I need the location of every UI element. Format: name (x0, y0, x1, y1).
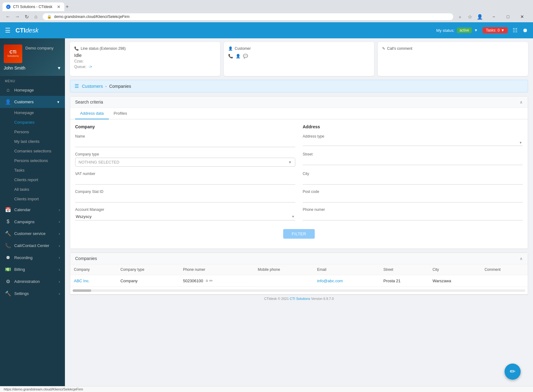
footer-link[interactable]: CTI Solutions (290, 297, 310, 300)
submenu-companies-label: Companies (14, 120, 35, 125)
col-company-type[interactable]: Company type (117, 264, 179, 275)
minimize-button[interactable]: − (487, 12, 501, 21)
main-content: 📞 Line status (Extension 298) Idle Czas:… (65, 38, 533, 386)
tab-address-data[interactable]: Address data (75, 108, 109, 119)
home-button[interactable]: ⌂ (32, 12, 40, 21)
stat-id-input[interactable] (75, 195, 295, 202)
browser-tab[interactable]: C CTI Solutions - CTIdesk ✕ (2, 2, 64, 11)
submenu-tasks[interactable]: Tasks (0, 165, 65, 175)
sidebar-item-billing[interactable]: 💵 Billing › (0, 263, 65, 275)
tasks-badge[interactable]: Tasks: 0 ▼ (483, 27, 508, 33)
phone-actions-icon[interactable]: ≡ ✏ (206, 278, 213, 283)
name-label: Name (75, 134, 295, 138)
address-bar[interactable]: 🔒 demo.grandstream.cloud/Klienci/Selekcj… (43, 13, 453, 20)
submenu-persons[interactable]: Persons (0, 127, 65, 137)
profile-button[interactable]: 👤 (475, 12, 484, 21)
tasks-count: 0 (497, 28, 500, 32)
bookmark-button[interactable]: ☆ (466, 12, 474, 21)
user-menu[interactable]: John Smith ▼ (4, 66, 61, 70)
filter-row: FILTER (75, 225, 523, 244)
sidebar-label-administration: Administration (14, 279, 40, 284)
submenu-homepage[interactable]: Homepage (0, 108, 65, 117)
companies-table-scroll[interactable]: Company Company type Phone numer Mobile … (70, 264, 528, 294)
url-text: demo.grandstream.cloud/Klienci/SelekcjeF… (54, 15, 130, 19)
address-type-chevron-icon[interactable]: ▼ (519, 141, 522, 144)
sidebar-label-calendar: Calendar (14, 207, 31, 212)
new-tab-button[interactable]: + (66, 4, 69, 10)
phone-input[interactable] (303, 213, 523, 220)
phone-col: Phone numer (303, 207, 523, 220)
company-link[interactable]: ABC Inc. (74, 279, 90, 283)
sidebar-item-call-contact[interactable]: 📞 Call/Contact Center › (0, 240, 65, 252)
col-city[interactable]: City (429, 264, 481, 275)
submenu-clients-import[interactable]: Clients import (0, 194, 65, 204)
status-dropdown-icon[interactable]: ▼ (474, 28, 478, 32)
recording-icon: ⏺ (5, 255, 11, 260)
col-email[interactable]: Email (313, 264, 380, 275)
filter-button[interactable]: FILTER (283, 229, 315, 239)
city-input[interactable] (303, 177, 523, 185)
col-phone[interactable]: Phone numer (179, 264, 254, 275)
fab-button[interactable]: ✏ (505, 364, 521, 380)
sidebar-item-recording[interactable]: ⏺ Recording › (0, 252, 65, 263)
submenu-persons-selections[interactable]: Persons selections (0, 156, 65, 165)
submenu-clients-report[interactable]: Clients report (0, 175, 65, 185)
tab-close-btn[interactable]: ✕ (57, 4, 61, 9)
breadcrumb-sep: - (105, 84, 108, 89)
refresh-button[interactable]: ↻ (22, 12, 31, 21)
address-type-label: Address type (303, 134, 523, 138)
col-company[interactable]: Company (70, 264, 117, 275)
call-action-icon[interactable]: 📞 (228, 54, 233, 58)
col-street[interactable]: Street (380, 264, 429, 275)
name-input[interactable] (75, 140, 295, 147)
person-action-icon[interactable]: 👤 (236, 54, 241, 58)
extensions-button[interactable]: ⬦ (456, 12, 464, 21)
topbar: ☰ CTIdesk My status: active ▼ Tasks: 0 ▼… (0, 22, 533, 38)
sidebar-item-customer-service[interactable]: 🔨 Customer service › (0, 228, 65, 240)
search-criteria-header: Search criteria ∧ (70, 96, 528, 108)
companies-table: Company Company type Phone numer Mobile … (70, 264, 528, 287)
sidebar-item-customers[interactable]: 👤 Customers ▼ (0, 96, 65, 108)
close-window-button[interactable]: ✕ (515, 12, 529, 21)
power-icon[interactable]: ⏺ (522, 27, 528, 34)
administration-icon: ⚙ (5, 279, 11, 284)
reports-icon[interactable]: ☷ (513, 27, 518, 34)
submenu-companies-sel-label: Comanies selections (14, 149, 51, 153)
administration-arrow-icon: › (59, 280, 60, 283)
sidebar-item-administration[interactable]: ⚙ Administration › (0, 275, 65, 288)
vat-label: VAT number (75, 172, 295, 176)
sidebar-item-campaigns[interactable]: $ Campaigns › (0, 216, 65, 228)
tab-profiles[interactable]: Profiles (109, 108, 132, 119)
col-mobile[interactable]: Mobile phone (254, 264, 313, 275)
horizontal-scrollbar[interactable] (73, 289, 525, 292)
submenu-all-tasks[interactable]: All tasks (0, 185, 65, 194)
campaigns-icon: $ (5, 219, 11, 224)
submenu-companies-selections[interactable]: Comanies selections (0, 146, 65, 156)
post-code-input[interactable] (303, 195, 523, 202)
sidebar-item-homepage[interactable]: ⌂ Homepage (0, 84, 65, 96)
forward-button[interactable]: → (13, 12, 22, 21)
back-button[interactable]: ← (4, 12, 12, 21)
street-input[interactable] (303, 158, 523, 165)
account-manager-chevron-icon[interactable]: ▼ (292, 215, 295, 218)
company-type-select[interactable]: NOTHING SELECTED ▼ (75, 158, 295, 167)
company-type-dropdown-icon: ▼ (288, 160, 292, 164)
search-criteria-toggle[interactable]: ∧ (520, 100, 523, 104)
submenu-companies[interactable]: Companies (0, 117, 65, 127)
maximize-button[interactable]: □ (501, 12, 515, 21)
col-comment[interactable]: Comment (481, 264, 528, 275)
sidebar-label-homepage: Homepage (14, 88, 34, 92)
sidebar-item-settings[interactable]: 🔨 Settings › (0, 288, 65, 300)
status-badge[interactable]: active (457, 28, 471, 33)
breadcrumb-part1[interactable]: Customers (82, 84, 103, 89)
home-icon: ⌂ (5, 87, 11, 93)
email-link[interactable]: info@abc.com (317, 279, 343, 283)
form-row-companytype-street: Company type NOTHING SELECTED ▼ Street (75, 152, 523, 167)
menu-hamburger-icon[interactable]: ☰ (5, 27, 11, 34)
sidebar-item-calendar[interactable]: 📅 Calendar › (0, 204, 65, 216)
vat-input[interactable] (75, 177, 295, 185)
submenu-my-last-clients[interactable]: My last clients (0, 137, 65, 146)
chat-action-icon[interactable]: 💬 (243, 54, 248, 58)
scroll-thumb[interactable] (73, 289, 91, 292)
companies-table-toggle[interactable]: ∧ (520, 256, 523, 261)
